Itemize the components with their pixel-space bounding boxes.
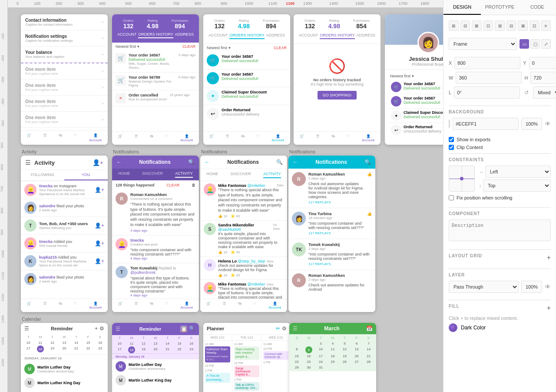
canvas-content: Contact informationCaption for contact i…: [8, 8, 443, 392]
activity-section-label: Activity: [22, 149, 37, 154]
align-center-v-btn[interactable]: ⊞: [495, 20, 505, 31]
constraints-label: CONSTRAINTS: [449, 157, 551, 162]
phone-frame-shop4: Orders132 Rating4.98 Purchases854 ACCOUN…: [294, 14, 381, 145]
background-section: BACKGROUND 👁: [449, 110, 551, 130]
phone-frame-shop1: Contact informationCaption for contact i…: [21, 14, 108, 145]
bg-opacity-input[interactable]: [521, 118, 542, 130]
fill-header: FILL +: [449, 304, 551, 312]
fill-color-label: Dark Color: [461, 325, 486, 331]
component-desc-textarea[interactable]: [449, 219, 551, 241]
notifications-label-2: Notifications: [201, 149, 227, 154]
phone-frame-notif-green: ← Notifications 🔍 R Roman Kamushken 2 da…: [288, 156, 375, 312]
bg-visibility-btn[interactable]: 👁: [545, 120, 551, 127]
constraints-grid: ↔ Left Right Center Scale ↕ Top Bottom: [449, 166, 551, 192]
fill-add-btn[interactable]: +: [547, 305, 551, 312]
ruler-left: -100 -200 -300 -400 -500 500 600 700 800…: [0, 0, 8, 392]
frame-view-btn1[interactable]: ▭: [520, 39, 529, 49]
layer-section: LAYER Pass Through Normal Multiply Scree…: [449, 272, 551, 293]
corner-select[interactable]: Mixed: [533, 86, 556, 99]
align-bottom-btn[interactable]: ⊟: [506, 20, 516, 31]
frame-view-btn2[interactable]: ▢: [530, 39, 540, 49]
layer-label: LAYER: [449, 272, 551, 277]
divider5: [449, 269, 551, 269]
constraints-dot: [460, 177, 463, 180]
panel-body: ⊞ ⊟ ⊠ ⊡ ⊞ ⊟ ⊠ ⊡ ≡ Frame ▭ ▢ ⤢: [443, 15, 556, 392]
phone-frame-march: ☰ March 📅 SMTWTFS 34567 8 9: [289, 323, 376, 392]
more-align-btn[interactable]: ≡: [541, 20, 551, 31]
align-row: ⊞ ⊟ ⊠ ⊡ ⊞ ⊟ ⊠ ⊡ ≡: [449, 20, 551, 31]
clip-content-checkbox[interactable]: [449, 145, 454, 150]
fill-placeholder-text: Click + to replace mixed content.: [449, 316, 551, 321]
phone-frame-notif-purple: ← Notifications 🔍 HOMEDISCOVERACTIVITY 1…: [112, 156, 199, 312]
frame-type-row: Frame ▭ ▢ ⤢: [449, 38, 551, 50]
y-input[interactable]: [529, 57, 556, 69]
fill-section: FILL + Click + to replace mixed content.…: [449, 304, 551, 332]
frame-expand-btn[interactable]: ⤢: [541, 39, 551, 49]
show-exports-checkbox[interactable]: [449, 137, 454, 142]
phone-frame-cal1: ☰ Reminder + ⚙ TMTWTFS 10111213141516: [21, 323, 108, 392]
frame-type-select[interactable]: Frame: [449, 38, 517, 50]
align-top-btn[interactable]: ⊡: [483, 20, 493, 31]
panel-tabs: DESIGN PROTOTYPE CODE: [443, 0, 556, 15]
calendar-section-label: Calendar: [22, 316, 41, 322]
layout-grid-add-btn[interactable]: +: [547, 254, 551, 261]
fill-color-circle[interactable]: [449, 323, 457, 332]
clip-content-row: Clip Content: [449, 145, 551, 150]
fix-scroll-row: Fix position when scrolling: [449, 195, 551, 200]
align-center-h-btn[interactable]: ⊟: [460, 20, 470, 31]
layout-grid-header: LAYOUT GRID +: [449, 253, 551, 262]
h-input[interactable]: [530, 72, 556, 84]
layout-grid-section: LAYOUT GRID +: [449, 253, 551, 262]
x-input[interactable]: [454, 57, 520, 69]
layout-grid-label: LAYOUT GRID: [449, 253, 482, 258]
constraints-section: CONSTRAINTS ↔ Left Right Center Scale: [449, 157, 551, 200]
divider1: [449, 106, 551, 106]
layer-controls-row: Pass Through Normal Multiply Screen Over…: [449, 281, 551, 293]
distribute-v-btn[interactable]: ⊡: [530, 20, 539, 31]
divider3: [449, 207, 551, 208]
constraint-v-select[interactable]: Top Bottom Center Scale: [483, 179, 551, 192]
rotation-corner-row: L ↺ Mixed ⊞: [449, 86, 551, 99]
clip-content-label: Clip Content: [457, 145, 483, 150]
bg-hex-input[interactable]: [453, 118, 519, 130]
h-label: H: [524, 75, 528, 80]
divider2: [449, 153, 551, 154]
phone-frame-activity: ☰ Activity 👤+ FOLLOWING YOU 👱‍♀️ tinecka…: [21, 156, 108, 312]
align-right-btn[interactable]: ⊠: [472, 20, 482, 31]
tab-design[interactable]: DESIGN: [443, 0, 481, 15]
divider4: [449, 249, 551, 250]
tab-prototype[interactable]: PROTOTYPE: [481, 0, 518, 15]
background-label: BACKGROUND: [449, 110, 551, 114]
rotation-label: L: [449, 90, 451, 95]
right-panel: DESIGN PROTOTYPE CODE ⊞ ⊟ ⊠ ⊡ ⊞ ⊟ ⊠ ⊡ ≡ …: [443, 0, 556, 392]
bg-color-swatch[interactable]: [449, 120, 450, 128]
rotation-input[interactable]: [454, 86, 520, 99]
fix-scroll-checkbox[interactable]: [449, 195, 454, 200]
phone-frame-shop3: Orders132 Rating4.98 Purchases894 ACCOUN…: [203, 14, 290, 145]
fill-label: FILL: [449, 304, 459, 309]
wh-row: W H 🔗: [449, 72, 551, 84]
layer-opacity-input[interactable]: [521, 281, 542, 293]
layer-blend-select[interactable]: Pass Through Normal Multiply Screen Over…: [449, 281, 519, 293]
x-label: X: [449, 60, 452, 66]
frame-section: Frame ▭ ▢ ⤢: [449, 38, 551, 50]
phone-frame-shop5: 👩 Jessica Shultz Professional Buyer Newe…: [385, 14, 443, 145]
bg-color-row: 👁: [449, 118, 551, 130]
constraints-visual: [449, 166, 475, 192]
align-section: ⊞ ⊟ ⊠ ⊡ ⊞ ⊟ ⊠ ⊡ ≡: [449, 20, 551, 31]
y-label: Y: [523, 60, 526, 66]
distribute-h-btn[interactable]: ⊠: [518, 20, 528, 31]
show-exports-row: Show in exports: [449, 137, 551, 142]
component-section: COMPONENT: [449, 211, 551, 243]
w-label: W: [449, 75, 453, 80]
ruler-top: 0 100 200 300 400 500 600 700 800 900 10…: [0, 0, 443, 8]
align-left-btn[interactable]: ⊞: [449, 20, 459, 31]
fix-scroll-label: Fix position when scrolling: [457, 195, 512, 200]
divider6: [449, 300, 551, 300]
w-input[interactable]: [456, 72, 522, 84]
tab-code[interactable]: CODE: [519, 0, 556, 15]
constraint-h-select[interactable]: Left Right Center Scale: [485, 166, 551, 178]
phone-frame-shop2: Orders132 Rating4.98 Purchases894 ACCOUN…: [112, 14, 199, 145]
layer-visibility-btn[interactable]: 👁: [545, 283, 551, 290]
constraints-dropdowns: ↔ Left Right Center Scale ↕ Top Bottom: [479, 166, 551, 192]
